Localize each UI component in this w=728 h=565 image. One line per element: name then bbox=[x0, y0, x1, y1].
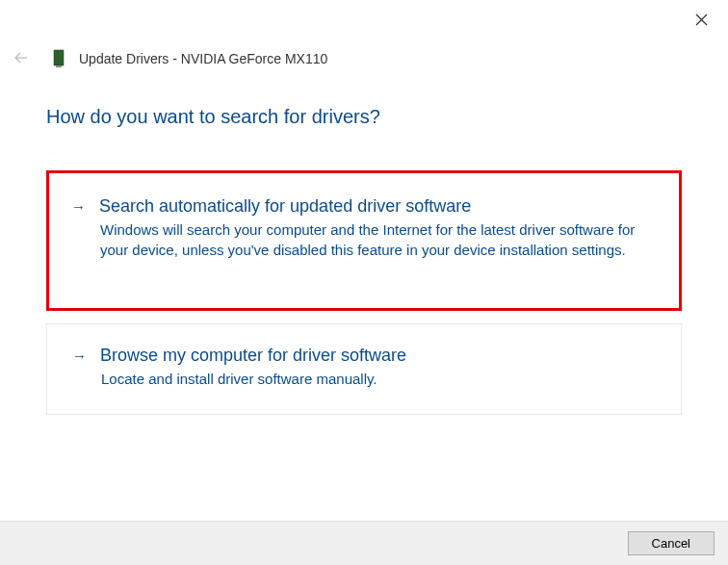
option-title: Search automatically for updated driver … bbox=[99, 196, 471, 217]
cancel-button[interactable]: Cancel bbox=[628, 531, 715, 555]
option-title-row: → Search automatically for updated drive… bbox=[71, 196, 657, 217]
footer: Cancel bbox=[0, 521, 728, 565]
option-title-row: → Browse my computer for driver software bbox=[72, 346, 656, 366]
page-heading: How do you want to search for drivers? bbox=[0, 71, 728, 128]
option-title: Browse my computer for driver software bbox=[100, 346, 406, 366]
option-browse-computer[interactable]: → Browse my computer for driver software… bbox=[46, 323, 682, 415]
back-button[interactable] bbox=[10, 46, 33, 71]
svg-rect-3 bbox=[54, 50, 64, 65]
svg-rect-4 bbox=[56, 65, 62, 67]
options-list: → Search automatically for updated drive… bbox=[0, 128, 728, 415]
arrow-right-icon: → bbox=[72, 347, 87, 364]
header: Update Drivers - NVIDIA GeForce MX110 bbox=[0, 0, 728, 71]
close-button[interactable] bbox=[689, 8, 713, 31]
close-icon bbox=[695, 13, 708, 26]
option-search-automatically[interactable]: → Search automatically for updated drive… bbox=[46, 170, 682, 311]
option-description: Windows will search your computer and th… bbox=[71, 219, 657, 260]
option-description: Locate and install driver software manua… bbox=[72, 369, 656, 389]
device-icon bbox=[52, 49, 65, 68]
back-arrow-icon bbox=[13, 52, 29, 64]
window-title: Update Drivers - NVIDIA GeForce MX110 bbox=[79, 51, 327, 66]
arrow-right-icon: → bbox=[71, 198, 86, 215]
